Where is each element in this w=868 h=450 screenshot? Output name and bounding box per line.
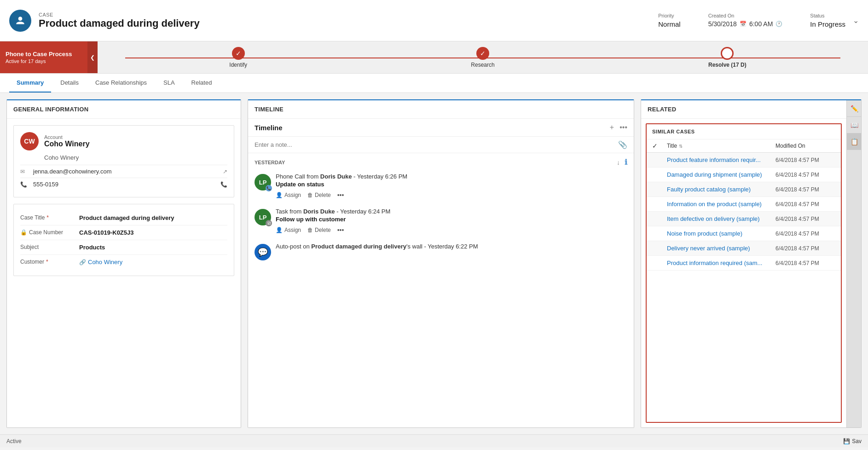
case-number-label: 🔒 Case Number bbox=[20, 229, 75, 236]
timeline-content-3: Auto-post on Product damaged during deli… bbox=[276, 243, 627, 260]
assign-btn-2[interactable]: 👤 Assign bbox=[276, 227, 301, 233]
phone-badge-icon: 📞 bbox=[266, 185, 272, 191]
required-mark: * bbox=[46, 214, 49, 221]
timeline-note-input-row: 📎 bbox=[248, 137, 634, 153]
customer-label: Customer * bbox=[20, 259, 75, 265]
account-name[interactable]: Coho Winery bbox=[44, 140, 90, 148]
process-step-resolve[interactable]: Resolve (17 D) bbox=[605, 47, 850, 68]
status-field: Status In Progress bbox=[810, 13, 845, 28]
delete-label-2: Delete bbox=[315, 227, 331, 233]
similar-cases-section: SIMILAR CASES ✓ Title ⇅ Modified On bbox=[646, 123, 842, 423]
phone-action-icon[interactable]: 📞 bbox=[220, 181, 227, 188]
created-time: 6:00 AM bbox=[749, 20, 773, 28]
step-identify-label: Identify bbox=[229, 62, 247, 68]
info-icon[interactable]: ℹ bbox=[625, 158, 627, 167]
case-row-3: Information on the product (sample) 6/4/… bbox=[647, 197, 841, 212]
related-content: RELATED SIMILAR CASES ✓ Title ⇅ Modified… bbox=[641, 100, 846, 427]
phone-row: 📞 555-0159 📞 bbox=[20, 178, 227, 190]
timeline-panel: TIMELINE Timeline + ••• 📎 YESTERDAY ↓ ℹ bbox=[248, 99, 634, 428]
timeline-item-subtitle-1: Update on status bbox=[276, 181, 627, 188]
title-col-label: Title bbox=[667, 143, 677, 149]
sidebar-list-icon[interactable]: 📋 bbox=[847, 133, 862, 150]
timeline-header-row: Timeline + ••• bbox=[248, 119, 634, 137]
subject-value[interactable]: Products bbox=[79, 244, 105, 251]
timeline-avatar-1: LP 📞 bbox=[255, 174, 271, 190]
timeline-content-2: Task from Doris Duke - Yesterday 6:24 PM… bbox=[276, 208, 627, 234]
customer-value[interactable]: 🔗 Coho Winery bbox=[79, 259, 122, 265]
case-title-value[interactable]: Product damaged during delivery bbox=[79, 214, 174, 221]
date-label: YESTERDAY bbox=[255, 160, 285, 165]
assign-icon-1: 👤 bbox=[276, 192, 283, 198]
process-step-research[interactable]: ✓ Research bbox=[360, 47, 605, 68]
step-research-label: Research bbox=[471, 62, 494, 68]
sidebar-edit-icon[interactable]: ✏️ bbox=[847, 100, 862, 117]
cases-list: Product feature information requir... 6/… bbox=[647, 153, 841, 271]
save-label: Sav bbox=[852, 438, 862, 444]
timeline-content-1: Phone Call from Doris Duke - Yesterday 6… bbox=[276, 173, 627, 199]
case-row-4: Item defective on delivery (sample) 6/4/… bbox=[647, 212, 841, 226]
tab-summary[interactable]: Summary bbox=[9, 74, 51, 92]
delete-btn-1[interactable]: 🗑 Delete bbox=[307, 192, 331, 198]
tab-related[interactable]: Related bbox=[184, 74, 220, 92]
timeline-item-actions-2: 👤 Assign 🗑 Delete ••• bbox=[276, 226, 627, 234]
process-name: Phone to Case Process bbox=[6, 51, 82, 58]
clock-icon: 🕐 bbox=[775, 21, 782, 27]
task-badge-icon: ☑ bbox=[266, 220, 272, 226]
more-btn-1[interactable]: ••• bbox=[337, 191, 344, 199]
cases-table: ✓ Title ⇅ Modified On Product feature in… bbox=[647, 139, 841, 271]
tab-sla[interactable]: SLA bbox=[156, 74, 182, 92]
delete-btn-2[interactable]: 🗑 Delete bbox=[307, 227, 331, 233]
process-steps: ✓ Identify ✓ Research Resolve (17 D) bbox=[98, 47, 868, 68]
process-collapse-btn[interactable]: ❮ bbox=[87, 41, 98, 73]
timeline-add-btn[interactable]: + bbox=[610, 123, 614, 132]
check-mark-header[interactable]: ✓ bbox=[652, 142, 658, 150]
title-col-header[interactable]: Title ⇅ bbox=[667, 143, 772, 149]
timeline-more-btn[interactable]: ••• bbox=[619, 123, 627, 132]
case-title-3[interactable]: Information on the product (sample) bbox=[667, 201, 772, 208]
tabs-bar: Summary Details Case Relationships SLA R… bbox=[0, 74, 868, 93]
priority-label: Priority bbox=[658, 13, 680, 18]
timeline-item-3: 💬 Auto-post on Product damaged during de… bbox=[248, 238, 634, 265]
case-title-0[interactable]: Product feature information requir... bbox=[667, 156, 772, 163]
case-modified-5: 6/4/2018 4:57 PM bbox=[775, 231, 835, 237]
assign-btn-1[interactable]: 👤 Assign bbox=[276, 192, 301, 198]
email-action-icon[interactable]: ↗ bbox=[223, 168, 227, 175]
title-sort-icon: ⇅ bbox=[679, 144, 683, 149]
timeline-note-field[interactable] bbox=[255, 141, 614, 148]
attach-icon[interactable]: 📎 bbox=[618, 140, 627, 149]
case-title-2[interactable]: Faulty product catalog (sample) bbox=[667, 186, 772, 193]
process-bar: Phone to Case Process Active for 17 days… bbox=[0, 41, 868, 74]
save-button[interactable]: 💾 Sav bbox=[843, 438, 862, 444]
account-company: Coho Winery bbox=[20, 154, 227, 161]
header-collapse-chevron[interactable]: ⌄ bbox=[853, 16, 859, 25]
timeline-scroll: YESTERDAY ↓ ℹ LP 📞 Phone Call from Doris… bbox=[248, 153, 634, 427]
case-title: Product damaged during delivery bbox=[39, 17, 658, 29]
tab-details[interactable]: Details bbox=[53, 74, 86, 92]
more-btn-2[interactable]: ••• bbox=[337, 226, 344, 234]
process-step-identify[interactable]: ✓ Identify bbox=[116, 47, 360, 68]
timeline-date-section: YESTERDAY ↓ ℹ bbox=[248, 153, 634, 168]
case-row-0: Product feature information requir... 6/… bbox=[647, 153, 841, 167]
email-row: ✉ jenna.dean@cohowinery.com ↗ bbox=[20, 165, 227, 178]
main-content: GENERAL INFORMATION CW Account Coho Wine… bbox=[0, 93, 868, 434]
case-title-4[interactable]: Item defective on delivery (sample) bbox=[667, 215, 772, 222]
case-row-2: Faulty product catalog (sample) 6/4/2018… bbox=[647, 182, 841, 197]
general-info-header: GENERAL INFORMATION bbox=[7, 100, 241, 119]
page-header: CASE Product damaged during delivery Pri… bbox=[0, 0, 868, 41]
header-fields: Priority Normal Created On 5/30/2018 📅 6… bbox=[658, 13, 845, 28]
case-title-5[interactable]: Noise from product (sample) bbox=[667, 230, 772, 237]
case-modified-7: 6/4/2018 4:57 PM bbox=[775, 260, 835, 266]
case-row-5: Noise from product (sample) 6/4/2018 4:5… bbox=[647, 226, 841, 241]
case-title-7[interactable]: Product information required (sam... bbox=[667, 260, 772, 266]
case-row-1: Damaged during shipment (sample) 6/4/201… bbox=[647, 167, 841, 182]
sidebar-book-icon[interactable]: 📖 bbox=[847, 117, 862, 133]
calendar-icon[interactable]: 📅 bbox=[740, 21, 746, 27]
step-identify-circle: ✓ bbox=[232, 47, 245, 60]
status-value: In Progress bbox=[810, 20, 845, 28]
process-label: Phone to Case Process Active for 17 days bbox=[0, 41, 87, 73]
case-title-1[interactable]: Damaged during shipment (sample) bbox=[667, 171, 772, 178]
sort-btn[interactable]: ↓ bbox=[617, 159, 620, 166]
case-title-6[interactable]: Delivery never arrived (sample) bbox=[667, 245, 772, 252]
timeline-panel-header: TIMELINE bbox=[248, 100, 634, 119]
tab-case-relationships[interactable]: Case Relationships bbox=[88, 74, 154, 92]
